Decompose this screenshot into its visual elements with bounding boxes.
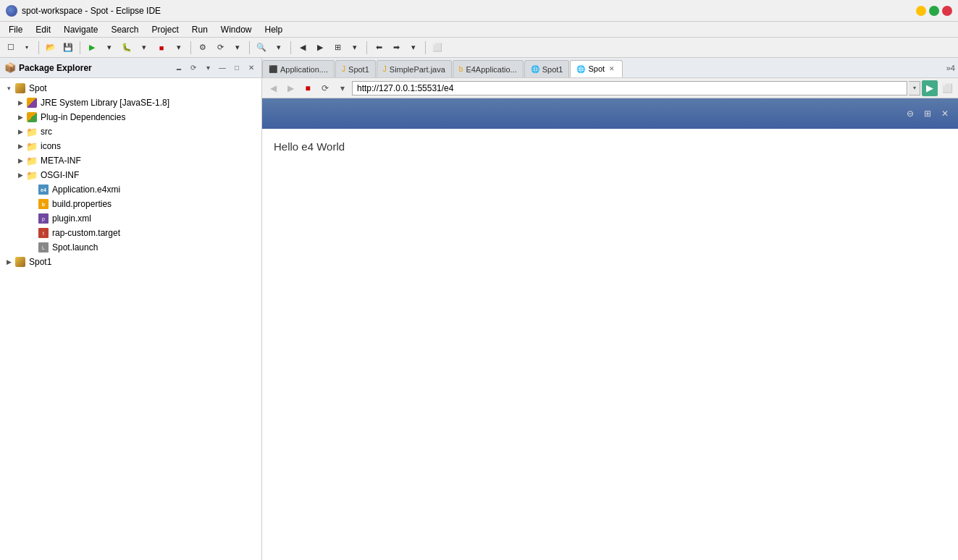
tab-simplepart[interactable]: J SimplePart.java	[377, 60, 452, 77]
browser-dropdown-btn[interactable]: ▾	[335, 80, 350, 96]
toolbar-debug-dropdown[interactable]: ▾	[136, 40, 152, 56]
browser-win-close[interactable]: ✕	[938, 106, 952, 121]
tree-item-spot1[interactable]: ▶ Spot1	[0, 255, 261, 269]
menu-project[interactable]: Project	[146, 23, 184, 36]
editor-area: ⬛ Application.... J Spot1 J SimplePart.j…	[262, 58, 958, 560]
menu-search[interactable]: Search	[105, 23, 144, 36]
browser-win-minimize[interactable]: ⊖	[903, 106, 917, 121]
pe-minimize-btn[interactable]: 🗕	[173, 62, 185, 74]
toolbar-search-dropdown[interactable]: ▾	[271, 40, 287, 56]
tree-item-osgi-inf[interactable]: ▶ 📁 OSGI-INF	[0, 168, 261, 182]
tab-e4application-label: E4Applicatio...	[466, 65, 516, 74]
tree-item-spot[interactable]: ▾ Spot	[0, 81, 261, 96]
tab-spot-close-btn[interactable]: ✕	[608, 64, 616, 73]
toolbar-search-button[interactable]: 🔍	[253, 40, 269, 56]
tab-spot-browser-label: Spot	[588, 64, 605, 73]
tab-overflow-button[interactable]: »4	[944, 64, 958, 72]
toolbar-sep-6	[366, 41, 367, 54]
browser-forward-btn[interactable]: ▶	[282, 80, 298, 96]
toolbar-sep-4	[249, 41, 250, 54]
expand-arrow-spot1[interactable]: ▶	[3, 256, 14, 268]
tab-e4application[interactable]: b E4Applicatio...	[453, 60, 524, 77]
expand-arrow-src[interactable]: ▶	[14, 126, 26, 137]
toolbar-perspective-btn[interactable]: ⊞	[329, 40, 345, 56]
tree-item-plugin-deps[interactable]: ▶ Plug-in Dependencies	[0, 110, 261, 124]
close-button[interactable]	[942, 6, 952, 16]
toolbar-new-button[interactable]: ☐	[3, 40, 19, 56]
maximize-button[interactable]	[929, 6, 939, 16]
tab-spot-browser[interactable]: 🌐 Spot ✕	[570, 60, 623, 77]
menu-help[interactable]: Help	[259, 23, 289, 36]
jre-icon	[26, 97, 38, 109]
toolbar-new-dropdown[interactable]: ▾	[19, 40, 35, 56]
pe-collapse-btn[interactable]: —	[217, 62, 228, 74]
expand-arrow-jre[interactable]: ▶	[14, 97, 26, 109]
browser-back-btn[interactable]: ◀	[265, 80, 281, 96]
browser-go-btn[interactable]: ▶	[922, 80, 938, 96]
toolbar-save-button[interactable]: 💾	[60, 40, 76, 56]
toolbar-back-button[interactable]: ◀	[295, 40, 311, 56]
tree-item-spot-launch[interactable]: ▶ L Spot.launch	[0, 240, 261, 255]
toolbar-btn-b[interactable]: ⟳	[212, 40, 228, 56]
browser-url-dropdown[interactable]: ▾	[909, 81, 920, 96]
menu-edit[interactable]: Edit	[30, 23, 56, 36]
toolbar-open-button[interactable]: 📂	[43, 40, 59, 56]
tab-application[interactable]: ⬛ Application....	[262, 60, 335, 77]
expand-arrow-meta-inf[interactable]: ▶	[14, 155, 26, 166]
toolbar-forward-button[interactable]: ▶	[312, 40, 328, 56]
tree-item-application-e4xmi[interactable]: ▶ e4 Application.e4xmi	[0, 182, 261, 197]
expand-arrow-plugin-deps[interactable]: ▶	[14, 111, 26, 123]
toolbar-nav-back[interactable]: ⬅	[371, 40, 387, 56]
spot-launch-label: Spot.launch	[52, 242, 98, 253]
expand-arrow-icons[interactable]: ▶	[14, 140, 26, 152]
tree-item-icons[interactable]: ▶ 📁 icons	[0, 139, 261, 153]
tree-item-build-properties[interactable]: ▶ b build.properties	[0, 197, 261, 211]
browser-refresh-btn[interactable]: ⟳	[317, 80, 333, 96]
plugin-deps-label: Plug-in Dependencies	[41, 112, 125, 122]
toolbar-sep-3	[190, 41, 191, 54]
meta-inf-icon: 📁	[26, 155, 38, 166]
browser-win-restore[interactable]: ⊞	[920, 106, 935, 121]
package-explorer-title: Package Explorer	[19, 63, 170, 73]
minimize-button[interactable]	[916, 6, 926, 16]
tree-item-jre[interactable]: ▶ JRE System Library [JavaSE-1.8]	[0, 96, 261, 110]
pe-max-btn[interactable]: □	[231, 62, 243, 74]
menu-navigate[interactable]: Navigate	[58, 23, 104, 36]
tree-item-rap-custom[interactable]: ▶ t rap-custom.target	[0, 226, 261, 240]
browser-stop-btn[interactable]: ■	[300, 80, 316, 96]
menu-file[interactable]: File	[3, 23, 28, 36]
application-e4xmi-label: Application.e4xmi	[52, 184, 120, 195]
toolbar: ☐ ▾ 📂 💾 ▶ ▾ 🐛 ▾ ■ ▾ ⚙ ⟳ ▾ 🔍 ▾ ◀ ▶ ⊞ ▾ ⬅ …	[0, 38, 958, 58]
tab-spot1-browser[interactable]: 🌐 Spot1	[524, 60, 570, 77]
window-controls	[916, 6, 952, 16]
toolbar-run-dropdown[interactable]: ▾	[101, 40, 117, 56]
toolbar-btn-a[interactable]: ⚙	[195, 40, 211, 56]
toolbar-debug-button[interactable]: 🐛	[119, 40, 135, 56]
toolbar-ext-button[interactable]: ⬜	[429, 40, 445, 56]
toolbar-btn-c[interactable]: ▾	[230, 40, 245, 56]
tree-item-plugin-xml[interactable]: ▶ p plugin.xml	[0, 211, 261, 226]
tree-item-meta-inf[interactable]: ▶ 📁 META-INF	[0, 153, 261, 168]
osgi-inf-label: OSGI-INF	[41, 170, 79, 180]
toolbar-run-button[interactable]: ▶	[84, 40, 100, 56]
toolbar-nav-dropdown[interactable]: ▾	[406, 40, 421, 56]
build-props-icon: b	[38, 198, 49, 210]
expand-arrow-osgi-inf[interactable]: ▶	[14, 169, 26, 181]
browser-external-btn[interactable]: ⬜	[939, 80, 955, 96]
pe-menu-btn[interactable]: ▾	[202, 62, 214, 74]
menu-run[interactable]: Run	[186, 23, 214, 36]
menu-window[interactable]: Window	[215, 23, 258, 36]
pe-close-btn[interactable]: ✕	[245, 62, 257, 74]
tab-spot1-java[interactable]: J Spot1	[335, 60, 376, 77]
toolbar-perspective-dropdown[interactable]: ▾	[347, 40, 363, 56]
expand-arrow-spot[interactable]: ▾	[3, 82, 14, 94]
toolbar-nav-forward[interactable]: ➡	[388, 40, 404, 56]
toolbar-stop-dropdown[interactable]: ▾	[171, 40, 187, 56]
tab-spot1-browser-label: Spot1	[542, 65, 563, 74]
toolbar-stop-button[interactable]: ■	[154, 40, 169, 56]
window-title: spot-workspace - Spot - Eclipse IDE	[22, 6, 161, 16]
tree-item-src[interactable]: ▶ 📁 src	[0, 124, 261, 139]
pe-sync-btn[interactable]: ⟳	[188, 62, 199, 74]
tab-e4application-icon: b	[459, 65, 463, 73]
browser-url-input[interactable]	[352, 81, 907, 96]
